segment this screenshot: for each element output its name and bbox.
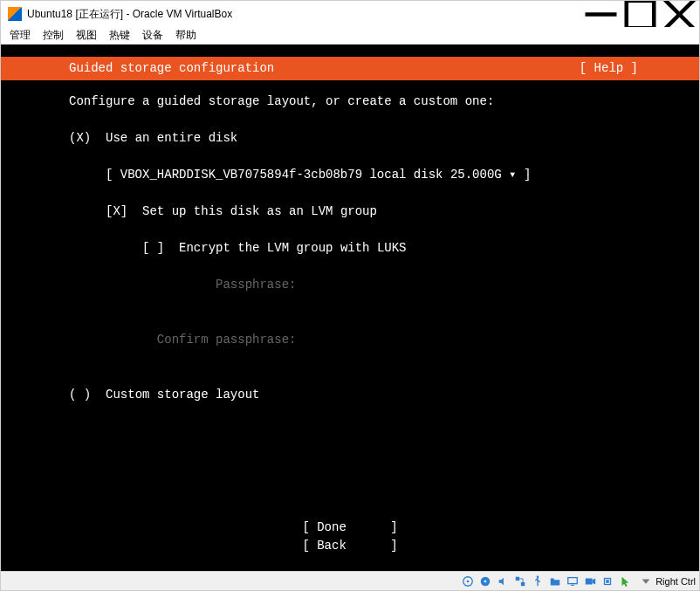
svg-rect-8 <box>516 576 519 580</box>
passphrase-label: Passphrase: <box>216 278 296 292</box>
menubar: 管理 控制 视图 热键 设备 帮助 <box>1 27 699 45</box>
menu-view[interactable]: 视图 <box>76 28 97 43</box>
menu-manage[interactable]: 管理 <box>10 28 31 43</box>
menu-devices[interactable]: 设备 <box>142 28 163 43</box>
shared-folders-icon[interactable] <box>547 574 563 588</box>
installer-body: Configure a guided storage layout, or cr… <box>1 80 699 404</box>
hard-disk-icon[interactable] <box>460 574 476 588</box>
confirm-passphrase-label: Confirm passphrase: <box>157 333 297 347</box>
luks-checkbox-label: Encrypt the LVM group with LUKS <box>179 241 406 255</box>
menu-hotkeys[interactable]: 热键 <box>109 28 130 43</box>
option-custom-marker[interactable]: ( ) <box>69 388 91 402</box>
optical-drive-icon[interactable] <box>477 574 493 588</box>
done-button[interactable]: [ Done ] <box>302 520 397 534</box>
recording-icon[interactable] <box>582 574 598 588</box>
svg-rect-9 <box>521 581 525 585</box>
processor-icon[interactable] <box>600 574 615 588</box>
svg-point-12 <box>537 575 539 578</box>
menu-control[interactable]: 控制 <box>43 28 64 43</box>
keyboard-down-icon <box>640 575 652 588</box>
svg-rect-13 <box>568 577 578 583</box>
option-entire-disk-label: Use an entire disk <box>106 131 237 145</box>
vm-display[interactable]: Guided storage configuration [ Help ] Co… <box>1 45 699 571</box>
option-entire-disk-marker[interactable]: (X) <box>69 131 91 145</box>
network-icon[interactable] <box>512 574 528 588</box>
minimize-button[interactable] <box>581 1 621 27</box>
svg-rect-15 <box>586 578 593 584</box>
mouse-integration-icon[interactable] <box>617 574 633 588</box>
back-button[interactable]: [ Back ] <box>302 539 397 553</box>
option-custom-label: Custom storage layout <box>106 388 259 402</box>
audio-icon[interactable] <box>495 574 511 588</box>
installer-header-title: Guided storage configuration <box>1 59 580 78</box>
svg-point-5 <box>467 580 470 582</box>
usb-icon[interactable] <box>530 574 546 588</box>
close-button[interactable] <box>660 1 699 27</box>
svg-rect-17 <box>606 580 609 583</box>
window-title: Ubuntu18 [正在运行] - Oracle VM VirtualBox <box>27 7 232 22</box>
installer-prompt: Configure a guided storage layout, or cr… <box>69 94 494 108</box>
host-key-label: Right Ctrl <box>655 576 696 587</box>
svg-rect-1 <box>627 0 655 28</box>
virtualbox-app-icon <box>8 7 22 21</box>
help-button[interactable]: [ Help ] <box>580 59 699 78</box>
installer-buttons: [ Done ] [ Back ] <box>1 519 699 555</box>
disk-selector[interactable]: [ VBOX_HARDDISK_VB7075894f-3cb08b79 loca… <box>106 168 531 182</box>
lvm-checkbox-marker[interactable]: [X] <box>106 204 127 218</box>
luks-checkbox-marker[interactable]: [ ] <box>142 241 164 255</box>
statusbar: Right Ctrl <box>1 571 699 590</box>
lvm-checkbox-label: Set up this disk as an LVM group <box>142 204 377 218</box>
installer-header-bar: Guided storage configuration [ Help ] <box>1 57 699 80</box>
host-key-indicator[interactable]: Right Ctrl <box>640 575 696 588</box>
titlebar: Ubuntu18 [正在运行] - Oracle VM VirtualBox <box>1 1 699 27</box>
maximize-button[interactable] <box>621 1 660 27</box>
svg-point-7 <box>484 580 487 582</box>
menu-help[interactable]: 帮助 <box>175 28 196 43</box>
display-icon[interactable] <box>565 574 580 588</box>
